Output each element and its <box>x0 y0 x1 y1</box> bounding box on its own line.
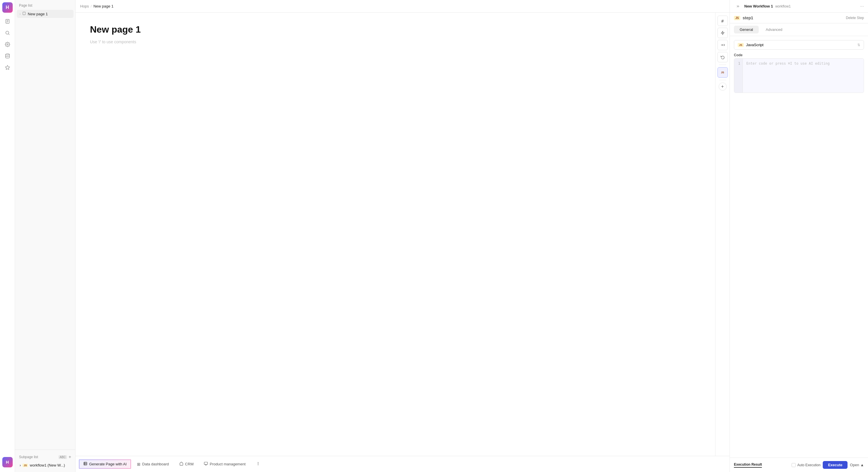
bottom-logo[interactable]: H <box>2 457 13 467</box>
bolt-toolbar-btn[interactable] <box>717 28 728 38</box>
lang-js-badge: JS <box>738 43 744 47</box>
subpage-label: workflow1 (New W...) <box>30 463 65 467</box>
tab-more[interactable] <box>252 460 265 469</box>
svg-line-5 <box>8 34 9 35</box>
sidebar-page-list-header: Page list <box>15 0 75 10</box>
code-label: Code <box>734 53 864 57</box>
delete-step-btn[interactable]: Delete Step <box>846 16 864 20</box>
svg-point-19 <box>258 462 258 463</box>
nav-pages-icon[interactable] <box>2 16 13 27</box>
nav-settings-icon[interactable] <box>2 39 13 50</box>
add-component-btn[interactable]: + <box>719 83 727 91</box>
chevron-right-icon: › <box>20 12 21 16</box>
subpage-header: Subpage list ABC + <box>15 453 75 461</box>
bottom-tabs: Generate Page with AI ⊞ Data dashboard C… <box>75 456 730 472</box>
breadcrumb-parent[interactable]: Hops <box>80 4 89 8</box>
tab-product-management[interactable]: Product management <box>199 460 250 469</box>
step-header: JS step1 Delete Step <box>730 13 868 23</box>
tab-generate-page-with-ai[interactable]: Generate Page with AI <box>79 460 131 469</box>
auto-execution-control: Auto Execution <box>792 463 821 467</box>
tab-product-management-label: Product management <box>210 462 245 466</box>
plus-icon: + <box>721 84 724 89</box>
hash-icon: # <box>721 19 723 23</box>
tab-crm[interactable]: CRM <box>175 460 198 469</box>
main-content: Hops / New page 1 New page 1 Use '/' to … <box>75 0 730 472</box>
sidebar: Page list › New page 1 Subpage list ABC … <box>15 0 75 472</box>
nav-ai-icon[interactable] <box>2 62 13 73</box>
auto-execution-label: Auto Execution <box>797 463 821 467</box>
open-btn[interactable]: Open ▲ <box>850 463 864 467</box>
panel-workflow-id: workflow1 <box>775 4 790 8</box>
right-toolbar: # JS + <box>715 13 730 456</box>
tab-generate-page-label: Generate Page with AI <box>89 462 127 466</box>
lang-name: JavaScript <box>746 43 764 47</box>
lang-select-arrow-icon: ⇅ <box>857 43 860 47</box>
abc-badge: ABC <box>59 455 67 459</box>
panel-tabs: General Advanced <box>730 23 868 36</box>
app-logo[interactable]: H <box>2 2 13 13</box>
code-line-numbers: 1 <box>734 59 743 93</box>
breadcrumb-separator: / <box>91 4 92 8</box>
code-section: Code 1 Enter code or press ⌘I to use AI … <box>734 53 864 93</box>
code-input[interactable]: Enter code or press ⌘I to use AI editing <box>743 59 864 93</box>
subpage-item-workflow1[interactable]: › JS workflow1 (New W...) <box>17 461 73 469</box>
subpage-section: Subpage list ABC + › JS workflow1 (New W… <box>15 449 75 472</box>
page-doc-icon <box>22 11 26 16</box>
panel-menu-btn[interactable]: ··· <box>860 4 864 9</box>
tab-dashboard-icon: ⊞ <box>137 462 141 467</box>
tab-crm-label: CRM <box>185 462 194 466</box>
svg-point-4 <box>6 31 9 34</box>
footer-right: Auto Execution Execute Open ▲ <box>792 461 864 469</box>
tab-data-dashboard-label: Data dashboard <box>142 462 169 466</box>
hash-toolbar-btn[interactable]: # <box>717 16 728 26</box>
panel-body: JS JavaScript ⇅ Code 1 Enter code or pre… <box>730 36 868 458</box>
panel-collapse-btn[interactable] <box>734 2 742 10</box>
step-title: JS step1 <box>734 16 753 20</box>
js-toolbar-btn[interactable]: JS <box>717 67 728 78</box>
toolbar-divider <box>719 65 726 65</box>
language-selector[interactable]: JS JavaScript ⇅ <box>734 40 864 50</box>
add-subpage-btn[interactable]: + <box>69 454 71 460</box>
svg-point-20 <box>258 463 258 464</box>
execute-btn[interactable]: Execute <box>823 461 847 469</box>
js-badge: JS <box>23 464 28 467</box>
toolbar-divider-2 <box>719 80 726 80</box>
code-editor[interactable]: 1 Enter code or press ⌘I to use AI editi… <box>734 58 864 93</box>
sidebar-item-new-page-1[interactable]: › New page 1 <box>17 10 73 18</box>
editor-placeholder[interactable]: Use '/' to use components <box>90 39 701 44</box>
editor-area: New page 1 Use '/' to use components <box>75 13 715 456</box>
page-body: New page 1 Use '/' to use components # J… <box>75 13 730 456</box>
left-nav: H H <box>0 0 15 472</box>
step-js-badge: JS <box>734 16 740 20</box>
svg-marker-8 <box>5 65 9 69</box>
svg-marker-10 <box>721 31 724 35</box>
tab-product-icon <box>204 462 208 467</box>
panel-workflow-title: New Workflow 1 <box>744 4 773 8</box>
code-placeholder: Enter code or press ⌘I to use AI editing <box>746 61 830 65</box>
breadcrumb-current: New page 1 <box>93 4 113 8</box>
subpage-chevron-icon: › <box>20 463 21 467</box>
tab-crm-icon <box>179 462 183 467</box>
svg-point-6 <box>7 44 8 45</box>
nav-search-icon[interactable] <box>2 28 13 38</box>
sidebar-page-label: New page 1 <box>28 12 48 16</box>
main-header: Hops / New page 1 <box>75 0 730 13</box>
svg-point-7 <box>5 54 9 55</box>
open-arrow-icon: ▲ <box>860 463 864 467</box>
history-toolbar-btn[interactable] <box>717 52 728 62</box>
page-title[interactable]: New page 1 <box>90 24 701 35</box>
tab-more-icon <box>256 462 260 467</box>
share-toolbar-btn[interactable] <box>717 40 728 50</box>
svg-rect-12 <box>84 462 87 465</box>
tab-ai-icon <box>83 462 87 467</box>
nav-database-icon[interactable] <box>2 51 13 61</box>
tab-general[interactable]: General <box>734 26 759 33</box>
svg-rect-9 <box>23 12 26 15</box>
execution-result-tab[interactable]: Execution Result <box>734 463 762 468</box>
auto-execution-checkbox[interactable] <box>792 463 796 467</box>
tab-advanced[interactable]: Advanced <box>760 26 788 33</box>
panel-header-left: New Workflow 1 workflow1 <box>734 2 791 10</box>
lang-select-left: JS JavaScript <box>738 43 764 47</box>
panel-header: New Workflow 1 workflow1 ··· <box>730 0 868 13</box>
tab-data-dashboard[interactable]: ⊞ Data dashboard <box>133 460 173 469</box>
